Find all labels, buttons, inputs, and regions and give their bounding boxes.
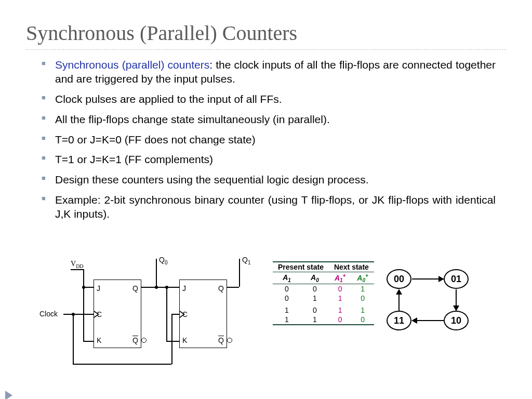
bullet-item: Synchronous (parallel) counters: the clo… (42, 58, 496, 86)
wire (73, 314, 74, 364)
wire (71, 269, 83, 270)
wire (166, 341, 179, 342)
wire (73, 364, 171, 365)
label-q1: Q1 (242, 256, 250, 265)
bullet-item: T=0 or J=K=0 (FF does not change state) (42, 133, 496, 147)
col-a1p: A1+ (329, 272, 351, 284)
state-table: Present state Next state A1 A0 A1+ A0+ 0… (273, 261, 374, 325)
clock-edge-icon (180, 311, 185, 318)
state-node-00: 00 (387, 269, 411, 289)
table-row: 0 0 0 1 (273, 284, 374, 294)
slide: Synchronous (Parallel) Counters Synchron… (0, 0, 532, 399)
inversion-bubble-icon (141, 338, 147, 343)
arrowhead-icon (411, 317, 417, 324)
transition-edge (417, 320, 444, 321)
pin-k: K (182, 336, 187, 344)
junction-dot-icon (155, 286, 158, 289)
bullet-list: Synchronous (parallel) counters: the clo… (42, 58, 496, 221)
table-header-next: Next state (329, 262, 374, 272)
wire (83, 341, 94, 342)
junction-dot-icon (72, 313, 75, 316)
wire (171, 314, 172, 364)
bullet-emphasis: Synchronous (parallel) counters (55, 59, 209, 71)
col-a0: A0 (301, 272, 329, 284)
wire (83, 269, 84, 287)
pin-qbar: Q (132, 336, 138, 344)
pin-j: J (182, 284, 186, 292)
table-header-present: Present state (273, 262, 329, 272)
pin-qbar: Q (218, 336, 224, 344)
wire (239, 259, 240, 287)
bullet-item: Example: 2-bit synchronous binary counte… (42, 193, 496, 221)
wire (227, 287, 239, 288)
transition-edge (398, 294, 400, 311)
wire (156, 259, 157, 287)
bullet-item: T=1 or J=K=1 (FF complements) (42, 153, 496, 167)
transition-edge (412, 278, 439, 280)
clock-edge-icon (94, 311, 99, 318)
arrowhead-icon (396, 289, 402, 295)
state-node-11: 11 (387, 311, 411, 330)
corner-marker-icon (5, 391, 12, 399)
lower-content: J C K Q Q J C K Q Q VDD (26, 248, 506, 383)
col-a0p: A0+ (351, 272, 374, 284)
flipflop-2: J C K Q Q (179, 280, 227, 348)
pin-q: Q (218, 284, 224, 292)
arrowhead-icon (453, 305, 459, 311)
label-vdd: VDD (71, 260, 84, 269)
state-node-01: 01 (444, 269, 469, 289)
wire (171, 314, 179, 315)
pin-k: K (97, 336, 101, 344)
junction-dot-icon (82, 286, 85, 289)
wire (166, 287, 167, 341)
bullet-item: Design these counters using the sequenti… (42, 173, 496, 187)
col-a1: A1 (273, 272, 301, 284)
state-node-10: 10 (444, 311, 469, 330)
flipflop-1: J C K Q Q (94, 280, 141, 348)
title-divider (26, 49, 506, 50)
wire (141, 287, 179, 288)
table-row: 1 0 1 1 (273, 303, 374, 315)
pin-q: Q (132, 284, 138, 292)
wire (63, 314, 94, 315)
inversion-bubble-icon (227, 338, 232, 343)
table-row: 0 1 1 0 (273, 294, 374, 303)
bullet-item: Clock pulses are applied to the input of… (42, 92, 496, 107)
label-clock: Clock (39, 310, 58, 318)
table-row: 1 1 0 0 (273, 315, 374, 325)
circuit-diagram: J C K Q Q J C K Q Q VDD (42, 259, 249, 378)
transition-edge (456, 289, 457, 307)
page-title: Synchronous (Parallel) Counters (26, 21, 506, 45)
label-q0: Q0 (159, 256, 167, 265)
junction-dot-icon (165, 286, 168, 289)
arrowhead-icon (438, 276, 444, 282)
bullet-item: All the flip-flops change state simultan… (42, 113, 496, 127)
state-diagram: 00 01 10 11 (387, 269, 485, 352)
pin-j: J (97, 284, 100, 292)
